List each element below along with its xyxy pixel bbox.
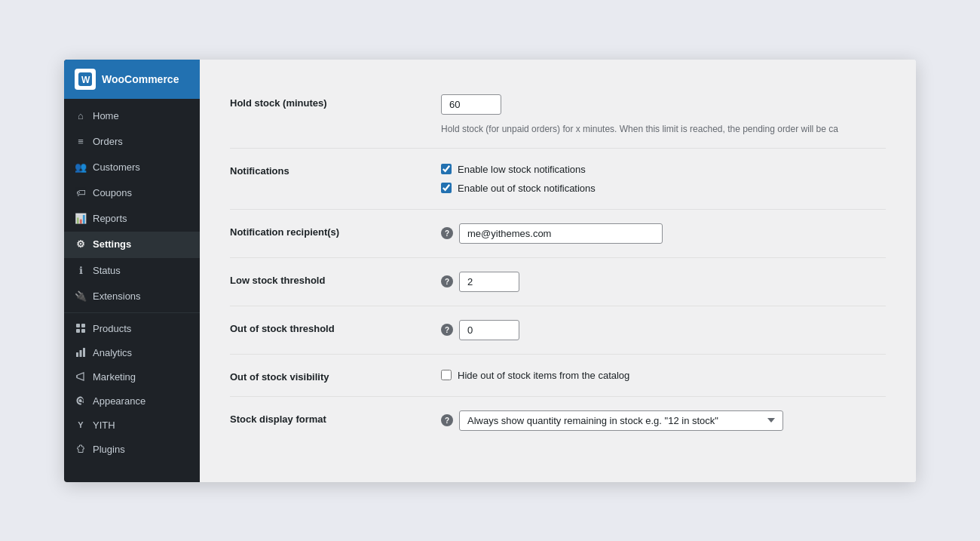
- woo-logo-icon: W: [75, 69, 96, 90]
- form-label-notification-recipients: Notification recipient(s): [230, 223, 441, 238]
- sidebar-item-reports[interactable]: 📊 Reports: [64, 206, 200, 232]
- hide-oos-label[interactable]: Hide out of stock items from the catalog: [458, 370, 629, 381]
- checkbox-row-low-stock: Enable low stock notifications: [441, 162, 596, 177]
- sidebar-item-yith[interactable]: Y YITH: [64, 413, 200, 437]
- form-field-low-stock-threshold: ?: [441, 272, 886, 292]
- sidebar-item-label: YITH: [93, 420, 115, 431]
- form-row-stock-display-format: Stock display format ? Always show quant…: [230, 397, 886, 444]
- yith-icon: Y: [75, 419, 87, 431]
- hold-stock-input[interactable]: [441, 94, 501, 115]
- sidebar-item-label: Appearance: [93, 395, 145, 407]
- sidebar-item-label: Extensions: [93, 290, 141, 303]
- form-field-row-recipients: ?: [441, 223, 663, 244]
- low-stock-threshold-input[interactable]: [459, 272, 519, 292]
- form-label-hold-stock: Hold stock (minutes): [230, 94, 441, 109]
- reports-icon: 📊: [75, 213, 87, 225]
- help-icon-low-stock[interactable]: ?: [441, 275, 453, 287]
- sidebar: W WooCommerce ⌂ Home ≡ Orders 👥 Customer…: [64, 60, 200, 482]
- logo-text: WooCommerce: [102, 73, 179, 85]
- form-field-stock-display-format: ? Always show quantity remaining in stoc…: [441, 410, 886, 431]
- analytics-icon: [75, 346, 87, 358]
- sidebar-item-label: Settings: [93, 238, 131, 251]
- svg-rect-2: [76, 324, 80, 327]
- sidebar-item-settings[interactable]: ⚙ Settings: [64, 232, 200, 257]
- form-field-row-out-of-stock-threshold: ?: [441, 320, 519, 340]
- sidebar-item-label: Customers: [93, 161, 140, 174]
- form-row-out-of-stock-threshold: Out of stock threshold ?: [230, 306, 886, 355]
- checkbox-row-hide-oos: Hide out of stock items from the catalog: [441, 368, 629, 383]
- sidebar-item-home[interactable]: ⌂ Home: [64, 103, 200, 129]
- appearance-icon: [75, 395, 87, 407]
- notification-checkboxes: Enable low stock notifications Enable ou…: [441, 162, 596, 195]
- form-row-notifications: Notifications Enable low stock notificat…: [230, 149, 886, 210]
- svg-text:W: W: [81, 75, 90, 85]
- status-icon: ℹ: [75, 265, 87, 277]
- form-label-out-of-stock-threshold: Out of stock threshold: [230, 320, 441, 334]
- form-field-hold-stock: Hold stock (for unpaid orders) for x min…: [441, 94, 886, 134]
- sidebar-item-status[interactable]: ℹ Status: [64, 258, 200, 284]
- form-row-out-of-stock-visibility: Out of stock visibility Hide out of stoc…: [230, 355, 886, 397]
- sidebar-item-label: Reports: [93, 212, 127, 226]
- extensions-icon: 🔌: [75, 290, 87, 303]
- out-of-stock-threshold-input[interactable]: [459, 320, 519, 340]
- sidebar-logo[interactable]: W WooCommerce: [64, 60, 200, 99]
- sidebar-item-extensions[interactable]: 🔌 Extensions: [64, 284, 200, 309]
- stock-display-format-select[interactable]: Always show quantity remaining in stock …: [459, 410, 783, 431]
- checkbox-row-out-of-stock: Enable out of stock notifications: [441, 181, 596, 195]
- low-stock-label[interactable]: Enable low stock notifications: [458, 164, 586, 175]
- sidebar-item-label: Marketing: [93, 371, 136, 383]
- hide-oos-checkbox[interactable]: [441, 370, 452, 380]
- form-field-out-of-stock-threshold: ?: [441, 320, 886, 340]
- plugins-icon: [75, 443, 87, 455]
- settings-icon: ⚙: [75, 239, 87, 251]
- form-field-notification-recipients: ?: [441, 223, 886, 244]
- help-icon-out-of-stock-threshold[interactable]: ?: [441, 324, 453, 336]
- settings-form: Hold stock (minutes) Hold stock (for unp…: [230, 81, 886, 444]
- svg-rect-7: [80, 350, 82, 357]
- form-row-notification-recipients: Notification recipient(s) ?: [230, 210, 886, 258]
- sidebar-item-label: Orders: [93, 135, 123, 149]
- svg-rect-8: [83, 348, 85, 357]
- sidebar-divider: [64, 312, 200, 313]
- out-of-stock-notif-label[interactable]: Enable out of stock notifications: [458, 183, 596, 194]
- form-label-low-stock-threshold: Low stock threshold: [230, 272, 441, 286]
- form-row-hold-stock: Hold stock (minutes) Hold stock (for unp…: [230, 81, 886, 149]
- help-icon-stock-display[interactable]: ?: [441, 414, 453, 426]
- form-field-notifications: Enable low stock notifications Enable ou…: [441, 162, 886, 195]
- sidebar-item-analytics[interactable]: Analytics: [64, 340, 200, 364]
- orders-icon: ≡: [75, 136, 87, 148]
- sidebar-item-label: Status: [93, 264, 121, 278]
- form-field-out-of-stock-visibility: Hide out of stock items from the catalog: [441, 368, 886, 383]
- sidebar-item-orders[interactable]: ≡ Orders: [64, 129, 200, 155]
- coupons-icon: 🏷: [75, 187, 87, 199]
- sidebar-item-coupons[interactable]: 🏷 Coupons: [64, 180, 200, 206]
- form-label-stock-display-format: Stock display format: [230, 410, 441, 425]
- sidebar-item-label: Coupons: [93, 186, 132, 200]
- sidebar-item-label: Home: [93, 109, 119, 123]
- main-content: Hold stock (minutes) Hold stock (for unp…: [200, 60, 916, 482]
- sidebar-item-customers[interactable]: 👥 Customers: [64, 155, 200, 180]
- form-label-notifications: Notifications: [230, 162, 441, 177]
- svg-rect-6: [76, 352, 78, 357]
- svg-rect-5: [81, 329, 85, 333]
- app-window: W WooCommerce ⌂ Home ≡ Orders 👥 Customer…: [64, 60, 916, 482]
- svg-rect-3: [81, 324, 85, 327]
- sidebar-nav: ⌂ Home ≡ Orders 👥 Customers 🏷 Coupons 📊 …: [64, 99, 200, 466]
- out-of-stock-notif-checkbox[interactable]: [441, 183, 452, 193]
- form-field-row-stock-display: ? Always show quantity remaining in stoc…: [441, 410, 783, 431]
- form-field-row-low-stock: ?: [441, 272, 519, 292]
- sidebar-item-marketing[interactable]: Marketing: [64, 364, 200, 389]
- svg-rect-4: [76, 329, 80, 333]
- sidebar-item-appearance[interactable]: Appearance: [64, 389, 200, 413]
- notification-recipients-input[interactable]: [459, 223, 663, 244]
- home-icon: ⌂: [75, 110, 87, 122]
- low-stock-checkbox[interactable]: [441, 164, 452, 174]
- sidebar-item-label: Analytics: [93, 347, 132, 358]
- help-icon-recipients[interactable]: ?: [441, 227, 453, 239]
- form-label-out-of-stock-visibility: Out of stock visibility: [230, 368, 441, 383]
- customers-icon: 👥: [75, 161, 87, 174]
- sidebar-item-plugins[interactable]: Plugins: [64, 437, 200, 461]
- marketing-icon: [75, 370, 87, 383]
- sidebar-item-label: Plugins: [93, 444, 125, 455]
- sidebar-item-products[interactable]: Products: [64, 316, 200, 340]
